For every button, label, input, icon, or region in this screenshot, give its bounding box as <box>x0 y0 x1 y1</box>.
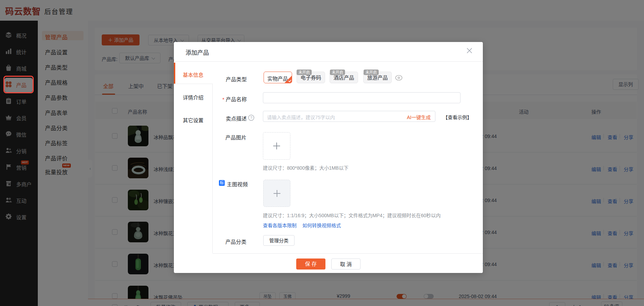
svg-text:?: ? <box>250 116 252 120</box>
